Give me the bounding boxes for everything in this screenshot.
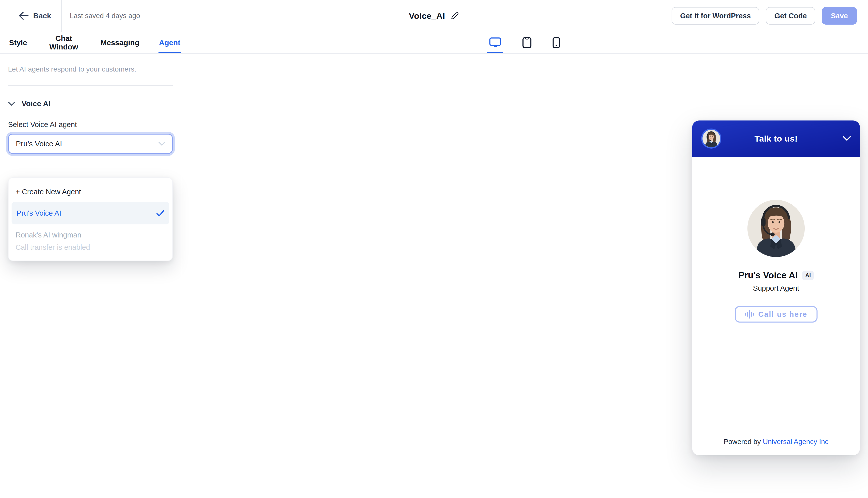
pencil-icon bbox=[451, 12, 459, 20]
powered-by-text: Powered by bbox=[724, 438, 763, 446]
get-code-button[interactable]: Get Code bbox=[766, 7, 815, 25]
chat-widget-preview: Talk to us! Pru's Voice AI AI bbox=[692, 120, 860, 455]
voice-ai-builder-app: Back Last saved 4 days ago Voice_AI Get … bbox=[0, 0, 868, 498]
tab-chat-window[interactable]: Chat Window bbox=[46, 32, 81, 53]
preview-pane: Talk to us! Pru's Voice AI AI bbox=[181, 32, 868, 498]
top-bar-left: Back Last saved 4 days ago bbox=[0, 0, 140, 31]
page-title: Voice_AI bbox=[409, 11, 445, 21]
mobile-icon bbox=[553, 37, 560, 48]
tab-agent[interactable]: Agent bbox=[158, 32, 181, 53]
company-link[interactable]: Universal Agency Inc bbox=[763, 438, 828, 446]
last-saved-text: Last saved 4 days ago bbox=[70, 12, 140, 20]
voice-ai-section-header[interactable]: Voice AI bbox=[8, 100, 173, 108]
widget-header: Talk to us! bbox=[692, 120, 860, 157]
agent-option-name: Ronak's AI wingman bbox=[16, 231, 165, 239]
tab-style[interactable]: Style bbox=[9, 32, 28, 53]
agent-name-row: Pru's Voice AI AI bbox=[738, 270, 814, 280]
desktop-icon bbox=[489, 37, 501, 48]
device-tablet-button[interactable] bbox=[521, 32, 532, 53]
wordpress-button[interactable]: Get it for WordPress bbox=[672, 7, 759, 25]
edit-title-button[interactable] bbox=[451, 12, 459, 20]
agent-option-subtitle: Call transfer is enabled bbox=[16, 243, 165, 251]
back-arrow-icon bbox=[19, 12, 29, 20]
device-toggle-bar bbox=[181, 32, 868, 54]
call-us-label: Call us here bbox=[758, 310, 807, 318]
agent-name: Pru's Voice AI bbox=[738, 270, 798, 280]
voice-agent-select-value: Pru's Voice AI bbox=[16, 140, 62, 148]
widget-collapse-button[interactable] bbox=[843, 136, 851, 141]
agent-option-selected[interactable]: Pru's Voice AI bbox=[12, 202, 169, 224]
save-button[interactable]: Save bbox=[822, 7, 857, 25]
voice-agent-dropdown-menu: + Create New Agent Pru's Voice AI Ronak'… bbox=[8, 177, 173, 261]
voice-ai-section-title: Voice AI bbox=[22, 100, 51, 108]
tab-messaging[interactable]: Messaging bbox=[100, 32, 140, 53]
device-mobile-button[interactable] bbox=[552, 32, 561, 53]
agent-avatar bbox=[748, 200, 805, 257]
select-chevron-icon bbox=[158, 142, 165, 146]
topbar-divider bbox=[61, 0, 62, 31]
call-us-button[interactable]: Call us here bbox=[735, 306, 817, 323]
widget-footer: Powered by Universal Agency Inc bbox=[692, 438, 860, 455]
widget-header-avatar bbox=[701, 129, 721, 148]
settings-sidebar: Style Chat Window Messaging Agent Let AI… bbox=[0, 32, 181, 498]
top-bar-center: Voice_AI bbox=[409, 0, 459, 31]
create-new-agent-option[interactable]: + Create New Agent bbox=[12, 181, 169, 202]
settings-tabs: Style Chat Window Messaging Agent bbox=[0, 32, 181, 54]
check-icon bbox=[156, 210, 164, 217]
agent-description: Let AI agents respond to your customers. bbox=[8, 65, 173, 73]
agent-role: Support Agent bbox=[753, 284, 799, 292]
waveform-icon bbox=[745, 310, 754, 319]
widget-body: Pru's Voice AI AI Support Agent Call us … bbox=[692, 157, 860, 438]
voice-agent-select[interactable]: Pru's Voice AI bbox=[8, 134, 173, 154]
top-bar: Back Last saved 4 days ago Voice_AI Get … bbox=[0, 0, 868, 32]
agent-settings-panel: Let AI agents respond to your customers.… bbox=[0, 54, 181, 154]
select-agent-label: Select Voice AI agent bbox=[8, 120, 173, 129]
back-button[interactable]: Back bbox=[0, 0, 51, 31]
device-desktop-button[interactable] bbox=[488, 32, 502, 53]
back-label: Back bbox=[33, 12, 51, 20]
tablet-icon bbox=[522, 37, 531, 48]
ai-badge: AI bbox=[802, 271, 814, 280]
sidebar-divider bbox=[8, 86, 173, 86]
chevron-down-icon bbox=[843, 136, 851, 141]
agent-option-name: Pru's Voice AI bbox=[16, 209, 61, 218]
agent-option-disabled: Ronak's AI wingman Call transfer is enab… bbox=[12, 224, 169, 253]
main-area: Style Chat Window Messaging Agent Let AI… bbox=[0, 32, 868, 498]
chevron-down-icon bbox=[8, 101, 15, 106]
top-bar-actions: Get it for WordPress Get Code Save bbox=[672, 7, 868, 25]
